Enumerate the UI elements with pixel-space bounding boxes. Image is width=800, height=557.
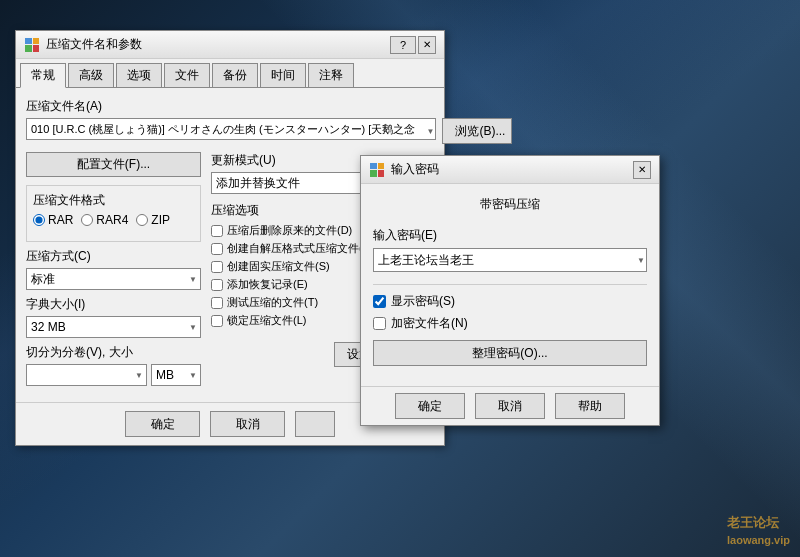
password-dialog-body: 带密码压缩 输入密码(E) ▼ 显示密码(S) 加密文件名(N) 整理密码(O)…	[361, 184, 659, 386]
split-value-select[interactable]	[26, 364, 147, 386]
split-row: ▼ MB KB GB ▼	[26, 364, 201, 386]
update-mode-text: 添加并替换文件	[216, 175, 300, 192]
show-password-option[interactable]: 显示密码(S)	[373, 293, 647, 310]
watermark-text: 老王论坛	[727, 515, 779, 530]
format-rar4[interactable]: RAR4	[81, 213, 128, 227]
format-rar4-label: RAR4	[96, 213, 128, 227]
option-delete-cb[interactable]	[211, 225, 223, 237]
main-dialog-close-button[interactable]: ✕	[418, 36, 436, 54]
password-input-wrap: ▼	[373, 248, 647, 272]
filename-label: 压缩文件名(A)	[26, 98, 434, 115]
main-cancel-button[interactable]: 取消	[210, 411, 285, 437]
method-select[interactable]: 标准 存储 最快	[26, 268, 201, 290]
tab-general[interactable]: 常规	[20, 63, 66, 88]
filename-dropdown-arrow: ▼	[426, 127, 434, 136]
option-recovery-cb[interactable]	[211, 279, 223, 291]
format-rar[interactable]: RAR	[33, 213, 73, 227]
dict-label: 字典大小(I)	[26, 296, 201, 313]
password-input-arrow: ▼	[637, 256, 645, 265]
show-password-checkbox[interactable]	[373, 295, 386, 308]
option-solid-cb[interactable]	[211, 261, 223, 273]
method-label: 压缩方式(C)	[26, 248, 201, 265]
tab-files[interactable]: 文件	[164, 63, 210, 87]
tab-backup[interactable]: 备份	[212, 63, 258, 87]
col-left: 配置文件(F)... 压缩文件格式 RAR RAR4	[26, 152, 201, 392]
method-select-wrap: 标准 存储 最快 ▼	[26, 268, 201, 290]
option-recovery-label: 添加恢复记录(E)	[227, 277, 308, 292]
organize-passwords-button[interactable]: 整理密码(O)...	[373, 340, 647, 366]
tab-comment[interactable]: 注释	[308, 63, 354, 87]
main-dialog-tabs: 常规 高级 选项 文件 备份 时间 注释	[16, 59, 444, 88]
format-radio-group: RAR RAR4 ZIP	[33, 213, 194, 227]
option-sfx-cb[interactable]	[211, 243, 223, 255]
format-rar-radio[interactable]	[33, 214, 45, 226]
split-unit-select[interactable]: MB KB GB	[151, 364, 201, 386]
watermark-subtext: laowang.vip	[727, 534, 790, 546]
password-subtitle: 带密码压缩	[373, 196, 647, 213]
password-dialog-footer: 确定 取消 帮助	[361, 386, 659, 425]
encrypt-filename-option[interactable]: 加密文件名(N)	[373, 315, 647, 332]
encrypt-filename-label: 加密文件名(N)	[391, 315, 468, 332]
pwd-separator	[373, 284, 647, 285]
rar-app-icon	[24, 37, 40, 53]
password-dialog-close-button[interactable]: ✕	[633, 161, 651, 179]
password-dialog-titlebar: 输入密码 ✕	[361, 156, 659, 184]
password-field-label: 输入密码(E)	[373, 227, 647, 244]
format-zip-label: ZIP	[151, 213, 170, 227]
watermark: 老王论坛 laowang.vip	[727, 514, 790, 547]
tab-advanced[interactable]: 高级	[68, 63, 114, 87]
split-value-wrap: ▼	[26, 364, 147, 386]
browse-button[interactable]: 浏览(B)...	[442, 118, 512, 144]
option-solid-label: 创建固实压缩文件(S)	[227, 259, 330, 274]
split-label: 切分为分卷(V), 大小	[26, 344, 201, 361]
main-dialog-titlebar: 压缩文件名和参数 ? ✕	[16, 31, 444, 59]
option-lock-cb[interactable]	[211, 315, 223, 327]
format-group: 压缩文件格式 RAR RAR4 ZIP	[26, 185, 201, 242]
split-unit-wrap: MB KB GB ▼	[151, 364, 201, 386]
dict-select[interactable]: 32 MB 128 MB	[26, 316, 201, 338]
tab-options[interactable]: 选项	[116, 63, 162, 87]
split-section: 切分为分卷(V), 大小 ▼ MB KB GB	[26, 344, 201, 386]
password-dialog-title: 输入密码	[391, 161, 631, 178]
format-zip[interactable]: ZIP	[136, 213, 170, 227]
main-extra-button[interactable]	[295, 411, 335, 437]
pwd-cancel-button[interactable]: 取消	[475, 393, 545, 419]
dict-row: 字典大小(I) 32 MB 128 MB ▼	[26, 296, 201, 338]
filename-row: 010 [U.R.C (桃屋しょう猫)] ペリオさんの生肉 (モンスターハンター…	[26, 118, 434, 144]
tab-time[interactable]: 时间	[260, 63, 306, 87]
filename-input-wrap: 010 [U.R.C (桃屋しょう猫)] ペリオさんの生肉 (モンスターハンター…	[26, 118, 436, 144]
option-test-label: 测试压缩的文件(T)	[227, 295, 318, 310]
format-group-label: 压缩文件格式	[33, 192, 194, 209]
config-button[interactable]: 配置文件(F)...	[26, 152, 201, 177]
option-lock-label: 锁定压缩文件(L)	[227, 313, 306, 328]
format-rar-label: RAR	[48, 213, 73, 227]
filename-display[interactable]: 010 [U.R.C (桃屋しょう猫)] ペリオさんの生肉 (モンスターハンター…	[26, 118, 436, 140]
method-row: 压缩方式(C) 标准 存储 最快 ▼	[26, 248, 201, 290]
pwd-ok-button[interactable]: 确定	[395, 393, 465, 419]
format-zip-radio[interactable]	[136, 214, 148, 226]
pwd-help-button[interactable]: 帮助	[555, 393, 625, 419]
main-dialog-title: 压缩文件名和参数	[46, 36, 390, 53]
main-dialog-help-button[interactable]: ?	[390, 36, 416, 54]
pwd-checkbox-section: 显示密码(S) 加密文件名(N)	[373, 293, 647, 332]
password-input[interactable]	[373, 248, 647, 272]
option-sfx-label: 创建自解压格式式压缩文件(X)	[227, 241, 374, 256]
format-rar4-radio[interactable]	[81, 214, 93, 226]
main-ok-button[interactable]: 确定	[125, 411, 200, 437]
pwd-icon	[369, 162, 385, 178]
password-dialog: 输入密码 ✕ 带密码压缩 输入密码(E) ▼ 显示密码(S) 加密文件名(N) …	[360, 155, 660, 426]
option-delete-label: 压缩后删除原来的文件(D)	[227, 223, 352, 238]
option-test-cb[interactable]	[211, 297, 223, 309]
show-password-label: 显示密码(S)	[391, 293, 455, 310]
encrypt-filename-checkbox[interactable]	[373, 317, 386, 330]
dict-select-wrap: 32 MB 128 MB ▼	[26, 316, 201, 338]
